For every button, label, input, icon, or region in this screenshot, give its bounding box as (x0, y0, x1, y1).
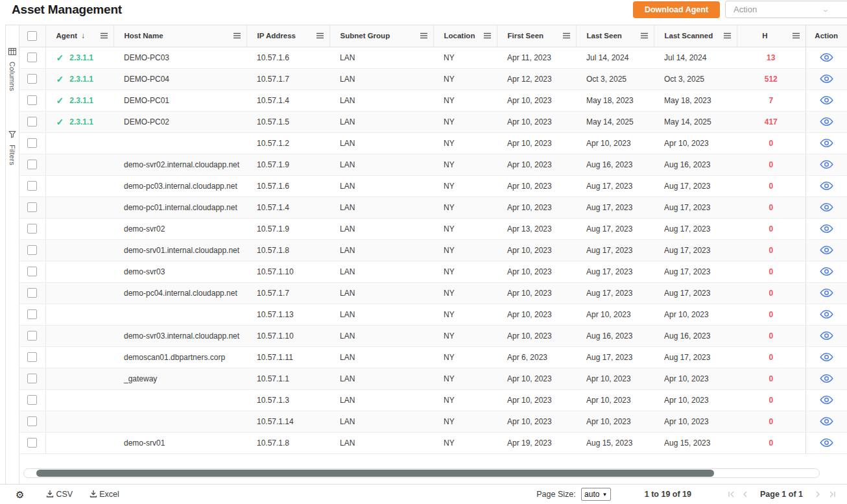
subnet-group-cell: LAN (329, 411, 433, 432)
last-seen-cell: Oct 3, 2025 (576, 68, 654, 90)
view-eye-icon[interactable] (819, 416, 834, 426)
column-menu-icon[interactable] (233, 32, 241, 39)
view-eye-icon[interactable] (819, 138, 834, 148)
location-cell: NY (433, 261, 497, 282)
row-checkbox[interactable] (27, 267, 37, 276)
agent-check-icon: ✓ (56, 74, 64, 84)
view-eye-icon[interactable] (819, 395, 834, 405)
export-excel-button[interactable]: Excel (89, 490, 119, 499)
column-header-subnet-group[interactable]: Subnet Group (329, 25, 433, 47)
columns-panel-toggle[interactable]: Columns (8, 46, 16, 91)
column-header-location[interactable]: Location (433, 25, 497, 47)
column-menu-icon[interactable] (723, 32, 732, 39)
agent-version: 2.3.1.1 (69, 75, 93, 84)
gear-icon[interactable]: ⚙ (16, 490, 24, 499)
view-eye-icon[interactable] (819, 288, 834, 298)
agent-cell: ✓ 2.3.1.1 (45, 90, 113, 111)
column-header-agent[interactable]: Agent ↓ (45, 25, 113, 47)
row-checkbox[interactable] (27, 288, 37, 298)
row-checkbox[interactable] (27, 438, 37, 448)
column-menu-icon[interactable] (100, 32, 108, 39)
row-checkbox[interactable] (27, 245, 37, 255)
view-eye-icon[interactable] (819, 309, 834, 319)
agent-cell: ✓ (45, 368, 113, 389)
view-eye-icon[interactable] (819, 267, 834, 276)
column-header-last-scanned[interactable]: Last Scanned (654, 25, 737, 47)
host-count-cell: 0 (737, 304, 805, 325)
view-eye-icon[interactable] (819, 160, 834, 169)
host-name-cell: DEMO-PC01 (113, 90, 246, 111)
page-size-select[interactable]: auto ▼ (581, 488, 611, 501)
action-cell (805, 325, 847, 346)
table-row: ✓ demo-srv01.internal.cloudapp.net 10.57… (19, 239, 847, 261)
column-menu-icon[interactable] (420, 32, 428, 39)
view-eye-icon[interactable] (819, 202, 834, 212)
row-checkbox[interactable] (27, 202, 37, 212)
next-page-button[interactable] (812, 488, 824, 500)
export-csv-button[interactable]: CSV (46, 490, 73, 499)
select-all-checkbox[interactable] (27, 31, 37, 41)
table-row: ✓ demo-svr03.internal.cloudapp.net 10.57… (19, 325, 847, 346)
column-menu-icon[interactable] (483, 32, 492, 39)
view-eye-icon[interactable] (819, 95, 834, 105)
row-checkbox[interactable] (27, 160, 37, 169)
column-menu-icon[interactable] (562, 32, 571, 39)
subnet-group-cell: LAN (329, 218, 433, 239)
ip-address-cell: 10.57.1.9 (246, 154, 329, 175)
column-header-h[interactable]: H (737, 25, 805, 47)
view-eye-icon[interactable] (819, 181, 834, 191)
action-cell (805, 389, 847, 411)
host-name-cell: demo-svr03 (113, 261, 246, 282)
row-checkbox[interactable] (27, 352, 37, 362)
column-menu-icon[interactable] (792, 32, 800, 39)
view-eye-icon[interactable] (819, 374, 834, 383)
row-checkbox[interactable] (27, 138, 37, 148)
last-seen-cell: Aug 15, 2023 (576, 432, 654, 453)
host-name-cell (113, 132, 246, 154)
agent-cell: ✓ (45, 154, 113, 175)
view-eye-icon[interactable] (819, 438, 834, 448)
row-checkbox[interactable] (27, 374, 37, 383)
column-menu-icon[interactable] (316, 32, 324, 39)
view-eye-icon[interactable] (819, 352, 834, 362)
last-seen-cell: Jul 14, 2024 (576, 47, 654, 68)
first-seen-cell: Apr 12, 2023 (497, 68, 576, 90)
previous-page-button[interactable] (739, 488, 751, 500)
row-checkbox[interactable] (27, 416, 37, 426)
filter-funnel-icon (8, 129, 16, 141)
row-checkbox[interactable] (27, 74, 37, 84)
last-page-button[interactable] (826, 488, 838, 500)
row-checkbox[interactable] (27, 53, 37, 62)
row-checkbox[interactable] (27, 95, 37, 105)
ip-address-cell: 10.57.1.3 (246, 389, 329, 411)
view-eye-icon[interactable] (819, 117, 834, 126)
columns-grid-icon (8, 46, 16, 58)
action-cell (805, 368, 847, 389)
host-name-cell: DEMO-PC04 (113, 68, 246, 90)
last-seen-cell: Apr 10, 2023 (576, 132, 654, 154)
column-header-ip-address[interactable]: IP Address (246, 25, 329, 47)
page-indicator-text: Page 1 of 1 (760, 490, 803, 499)
column-menu-icon[interactable] (640, 32, 649, 39)
row-checkbox[interactable] (27, 331, 37, 341)
filters-panel-toggle[interactable]: Filters (8, 129, 16, 165)
host-name-cell: _gateway (113, 368, 246, 389)
column-header-last-seen[interactable]: Last Seen (576, 25, 654, 47)
view-eye-icon[interactable] (819, 224, 834, 234)
row-checkbox[interactable] (27, 117, 37, 126)
first-page-button[interactable] (725, 488, 737, 500)
location-cell: NY (433, 197, 497, 218)
horizontal-scrollbar-thumb[interactable] (36, 470, 714, 477)
row-checkbox[interactable] (27, 309, 37, 319)
download-agent-button[interactable]: Download Agent (633, 1, 720, 18)
action-dropdown[interactable]: Action ⌄ (725, 1, 847, 18)
view-eye-icon[interactable] (819, 53, 834, 62)
view-eye-icon[interactable] (819, 331, 834, 341)
row-checkbox[interactable] (27, 224, 37, 234)
view-eye-icon[interactable] (819, 245, 834, 255)
column-header-first-seen[interactable]: First Seen (497, 25, 576, 47)
column-header-host-name[interactable]: Host Name (113, 25, 246, 47)
row-checkbox[interactable] (27, 181, 37, 191)
row-checkbox[interactable] (27, 395, 37, 405)
view-eye-icon[interactable] (819, 74, 834, 84)
